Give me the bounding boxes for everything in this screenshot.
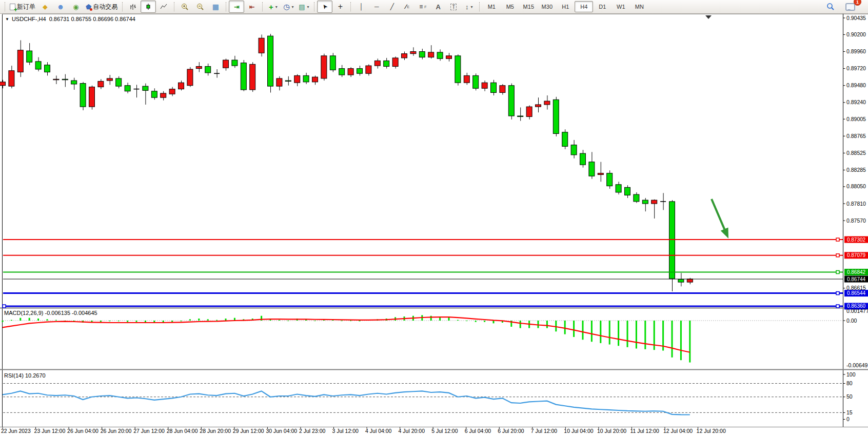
timeframe-d1-button[interactable]: D1 bbox=[593, 1, 611, 12]
candle-bullish bbox=[482, 83, 487, 88]
timeframe-m1-button[interactable]: M1 bbox=[482, 1, 501, 12]
price-axis-label: 0.88525 bbox=[846, 150, 866, 156]
timeframe-mn-button[interactable]: MN bbox=[630, 1, 648, 12]
toolbar-grip[interactable] bbox=[122, 2, 123, 11]
toolbar-grip[interactable] bbox=[262, 2, 263, 11]
candle-bearish bbox=[71, 81, 77, 84]
arrows-button[interactable]: ↕ ▾ bbox=[461, 1, 477, 13]
arrow-shaft[interactable] bbox=[712, 199, 725, 232]
candle-bullish bbox=[544, 101, 550, 105]
candle-bearish bbox=[151, 91, 157, 97]
tile-windows-icon: ▦ bbox=[212, 3, 219, 10]
time-axis-label: 4 Jul 20:00 bbox=[399, 428, 425, 434]
line-handle[interactable] bbox=[836, 305, 839, 308]
paint-bucket-button[interactable]: ⬥ bbox=[37, 1, 53, 13]
candle-bullish bbox=[187, 69, 193, 86]
macd-axis-label: 0.001477 bbox=[846, 308, 868, 314]
zoom-out-button[interactable] bbox=[192, 1, 208, 13]
chart-shift-button[interactable]: ⇤ bbox=[244, 1, 260, 13]
candle-bullish bbox=[410, 52, 416, 54]
trend-arrow-annotation[interactable] bbox=[712, 199, 728, 239]
label-button[interactable]: T bbox=[446, 1, 461, 13]
toolbar-grip[interactable] bbox=[174, 2, 174, 11]
candlestick-chart-button[interactable] bbox=[141, 1, 156, 13]
line-handle[interactable] bbox=[3, 305, 6, 308]
candle-bullish bbox=[223, 60, 229, 68]
toolbar-grip[interactable] bbox=[5, 2, 5, 11]
candle-bullish bbox=[277, 78, 282, 86]
bar-chart-button[interactable] bbox=[125, 1, 141, 13]
crosshair-button[interactable]: + bbox=[332, 1, 348, 13]
text-button[interactable]: A bbox=[430, 1, 446, 13]
candle-bearish bbox=[339, 69, 345, 75]
time-axis-label: 28 Jun 04:00 bbox=[167, 428, 198, 434]
zoom-out-icon bbox=[196, 3, 204, 11]
notifications-button[interactable]: 1 bbox=[842, 1, 858, 13]
price-axis-label: 0.89005 bbox=[846, 116, 866, 122]
timeframe-m30-button[interactable]: M30 bbox=[538, 1, 556, 12]
candle-bearish bbox=[491, 83, 497, 92]
timeframe-m5-button[interactable]: M5 bbox=[501, 1, 519, 12]
candle-bearish bbox=[205, 66, 211, 72]
line-handle[interactable] bbox=[836, 271, 839, 274]
candle-bearish bbox=[625, 187, 630, 195]
auto-scroll-icon: ⇥ bbox=[234, 4, 240, 10]
text-label-icon: T bbox=[450, 4, 457, 10]
arrow-head[interactable] bbox=[721, 227, 728, 239]
fibonacci-button[interactable]: ≡F bbox=[415, 1, 430, 13]
macd-indicator-label: MACD(12,26,9) -0.006135 -0.004645 bbox=[4, 310, 97, 316]
candle-bearish bbox=[634, 194, 639, 202]
price-axis-label: 0.88050 bbox=[846, 183, 866, 189]
periods-button[interactable]: ◷ ▾ bbox=[281, 1, 296, 13]
line-handle[interactable] bbox=[836, 238, 839, 241]
signal-button[interactable]: ◉ bbox=[68, 1, 84, 13]
auto-scroll-button[interactable]: ⇥ bbox=[229, 1, 244, 13]
hline-price-tag-label: 0.86544 bbox=[847, 290, 866, 296]
timeframe-h1-button[interactable]: H1 bbox=[556, 1, 575, 12]
trendline-button[interactable]: ╱ bbox=[384, 1, 400, 13]
line-handle[interactable] bbox=[836, 254, 839, 257]
price-axis-label: 0.88765 bbox=[846, 133, 866, 139]
candle-bullish bbox=[169, 89, 175, 94]
candle-bullish bbox=[348, 69, 353, 75]
candle-bullish bbox=[464, 75, 469, 83]
toolbar-grip[interactable] bbox=[350, 2, 351, 11]
autotrading-label: 自动交易 bbox=[93, 3, 117, 11]
timeframe-m15-button[interactable]: M15 bbox=[519, 1, 538, 12]
line-chart-button[interactable] bbox=[156, 1, 171, 13]
symbol-dropdown-icon[interactable]: ▼ bbox=[5, 17, 9, 22]
rsi-axis-label: 80 bbox=[846, 380, 853, 386]
search-button[interactable] bbox=[823, 1, 838, 13]
indicators-button[interactable]: + ▾ bbox=[265, 1, 281, 13]
horizontal-line-button[interactable]: ─ bbox=[369, 1, 384, 13]
time-axis-label: 2 Jul 23:00 bbox=[299, 428, 326, 434]
cursor-icon: ➤ bbox=[321, 3, 329, 10]
line-handle[interactable] bbox=[836, 292, 839, 295]
candle-bearish bbox=[419, 52, 425, 57]
price-axis-label: 0.90200 bbox=[846, 31, 866, 37]
templates-button[interactable]: ▤ ▾ bbox=[296, 1, 311, 13]
cursor-button[interactable]: ➤ bbox=[317, 1, 332, 13]
rsi-axis-label: 50 bbox=[846, 393, 853, 400]
vertical-line-button[interactable]: │ bbox=[353, 1, 369, 13]
profile-button[interactable]: ☻ bbox=[53, 1, 68, 13]
candle-bearish bbox=[357, 69, 363, 74]
tile-windows-button[interactable]: ▦ bbox=[208, 1, 223, 13]
candles bbox=[0, 34, 693, 291]
toolbar-grip[interactable] bbox=[479, 2, 480, 11]
toolbar-grip[interactable] bbox=[226, 2, 226, 11]
new-order-button[interactable]: 新订单 bbox=[8, 1, 37, 13]
autotrading-button[interactable]: ⬟ 自动交易 bbox=[84, 1, 120, 13]
candle-bullish bbox=[446, 56, 452, 59]
chart-title-text: USDCHF-,H4 0.86731 0.86755 0.86696 0.867… bbox=[12, 16, 135, 22]
time-axis-label: 3 Jul 12:00 bbox=[332, 428, 359, 434]
rsi-indicator-label: RSI(14) 10.2670 bbox=[4, 372, 46, 379]
channel-button[interactable]: ∕∕E bbox=[400, 1, 415, 13]
candle-bullish bbox=[374, 61, 380, 66]
timeframe-h4-button[interactable]: H4 bbox=[575, 1, 593, 12]
toolbar-grip[interactable] bbox=[314, 2, 314, 11]
timeframe-w1-button[interactable]: W1 bbox=[611, 1, 630, 12]
candle-bullish bbox=[428, 52, 434, 57]
chart-shift-marker[interactable] bbox=[705, 15, 712, 19]
zoom-in-button[interactable] bbox=[177, 1, 192, 13]
